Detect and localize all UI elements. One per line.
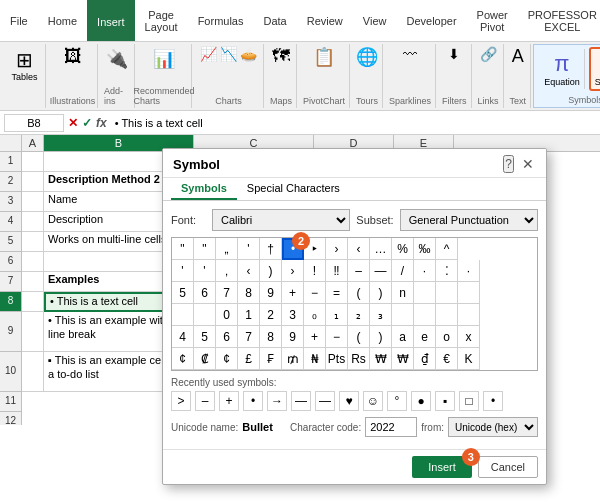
- symbol-cell[interactable]: †: [260, 238, 282, 260]
- cell-a7[interactable]: [22, 272, 44, 292]
- recent-symbol[interactable]: °: [387, 391, 407, 411]
- symbol-cell[interactable]: —: [370, 260, 392, 282]
- line-chart-button[interactable]: 📉: [220, 46, 237, 62]
- formula-input[interactable]: [111, 116, 596, 130]
- tab-insert[interactable]: Insert: [87, 0, 135, 41]
- symbol-cell[interactable]: 9: [260, 282, 282, 304]
- symbol-cell[interactable]: −: [304, 282, 326, 304]
- symbol-cell[interactable]: 3: [282, 304, 304, 326]
- tab-developer[interactable]: Developer: [396, 0, 466, 41]
- symbol-cell[interactable]: €: [436, 348, 458, 370]
- symbol-cell[interactable]: ·: [458, 260, 480, 282]
- dialog-tab-symbols[interactable]: Symbols: [171, 178, 237, 200]
- dialog-tab-special-chars[interactable]: Special Characters: [237, 178, 350, 200]
- tab-professor-excel[interactable]: PROFESSOR EXCEL: [518, 0, 600, 41]
- row-header-6[interactable]: 6: [0, 252, 21, 272]
- symbol-cell[interactable]: ": [172, 238, 194, 260]
- symbol-cell[interactable]: ›: [326, 238, 348, 260]
- cancel-formula-icon[interactable]: ✕: [68, 116, 78, 130]
- cell-a2[interactable]: [22, 172, 44, 192]
- symbol-cell[interactable]: 6: [216, 326, 238, 348]
- tab-formulas[interactable]: Formulas: [188, 0, 254, 41]
- tab-power-pivot[interactable]: Power Pivot: [467, 0, 518, 41]
- symbol-cell[interactable]: 7: [238, 326, 260, 348]
- char-code-input[interactable]: [365, 417, 417, 437]
- font-select[interactable]: Calibri: [212, 209, 350, 231]
- symbol-cell[interactable]: ₃: [370, 304, 392, 326]
- recent-symbol[interactable]: >: [171, 391, 191, 411]
- cell-a8[interactable]: [22, 292, 44, 312]
- symbol-cell[interactable]: %: [392, 238, 414, 260]
- bar-chart-button[interactable]: 📈: [200, 46, 217, 62]
- text-button[interactable]: A: [512, 46, 524, 67]
- symbol-cell[interactable]: ): [260, 260, 282, 282]
- symbol-cell[interactable]: ): [370, 282, 392, 304]
- symbol-cell[interactable]: ‰: [414, 238, 436, 260]
- recent-symbol[interactable]: •: [243, 391, 263, 411]
- symbol-cell[interactable]: ›: [282, 260, 304, 282]
- symbol-cell[interactable]: [414, 282, 436, 304]
- recent-symbol[interactable]: —: [291, 391, 311, 411]
- cell-a4[interactable]: [22, 212, 44, 232]
- cell-a6[interactable]: [22, 252, 44, 272]
- illustrations-button[interactable]: 🖼: [64, 46, 82, 67]
- symbol-cell[interactable]: 8: [238, 282, 260, 304]
- tab-view[interactable]: View: [353, 0, 397, 41]
- row-header-8[interactable]: 8: [0, 292, 21, 312]
- symbol-cell[interactable]: ^: [436, 238, 458, 260]
- links-button[interactable]: 🔗: [480, 46, 497, 62]
- symbol-cell[interactable]: ₩: [392, 348, 414, 370]
- symbol-cell[interactable]: 1: [238, 304, 260, 326]
- symbol-cell[interactable]: 8: [260, 326, 282, 348]
- row-header-11[interactable]: 11: [0, 392, 21, 412]
- symbol-cell[interactable]: ₩: [370, 348, 392, 370]
- symbol-cell[interactable]: (: [348, 326, 370, 348]
- symbol-cell[interactable]: 5: [172, 282, 194, 304]
- symbol-cell[interactable]: ₡: [194, 348, 216, 370]
- confirm-formula-icon[interactable]: ✓: [82, 116, 92, 130]
- symbol-cell[interactable]: Rs: [348, 348, 370, 370]
- recent-symbol[interactable]: —: [315, 391, 335, 411]
- tab-home[interactable]: Home: [38, 0, 87, 41]
- symbol-cell[interactable]: ₀: [304, 304, 326, 326]
- symbol-cell[interactable]: ¢: [172, 348, 194, 370]
- symbol-cell[interactable]: +: [282, 282, 304, 304]
- tab-data[interactable]: Data: [253, 0, 296, 41]
- symbol-cell[interactable]: o: [436, 326, 458, 348]
- symbol-cell[interactable]: ‹: [348, 238, 370, 260]
- row-header-5[interactable]: 5: [0, 232, 21, 252]
- cell-a5[interactable]: [22, 232, 44, 252]
- symbol-cell-selected[interactable]: • 2: [282, 238, 304, 260]
- recent-symbol[interactable]: –: [195, 391, 215, 411]
- recent-symbol[interactable]: ●: [411, 391, 431, 411]
- symbol-cell[interactable]: ₁: [326, 304, 348, 326]
- maps-button[interactable]: 🗺: [272, 46, 290, 67]
- symbol-cell[interactable]: –: [348, 260, 370, 282]
- symbol-cell[interactable]: ₥: [282, 348, 304, 370]
- addins-button[interactable]: 🔌: [104, 46, 130, 72]
- symbol-cell[interactable]: ‚: [216, 260, 238, 282]
- pivotchart-button[interactable]: 📋: [313, 46, 335, 68]
- symbol-cell[interactable]: 4: [172, 326, 194, 348]
- cancel-button[interactable]: Cancel: [478, 456, 538, 478]
- symbol-cell[interactable]: K: [458, 348, 480, 370]
- symbol-cell[interactable]: ₂: [348, 304, 370, 326]
- symbol-cell[interactable]: 7: [216, 282, 238, 304]
- tab-file[interactable]: File: [0, 0, 38, 41]
- insert-function-icon[interactable]: fx: [96, 116, 107, 130]
- symbol-cell[interactable]: [172, 304, 194, 326]
- symbol-cell[interactable]: !: [304, 260, 326, 282]
- symbol-cell[interactable]: /: [392, 260, 414, 282]
- insert-button[interactable]: Insert 3: [412, 456, 472, 478]
- symbol-cell[interactable]: ": [194, 238, 216, 260]
- symbol-cell[interactable]: 9: [282, 326, 304, 348]
- row-header-9[interactable]: 9: [0, 312, 21, 352]
- row-header-3[interactable]: 3: [0, 192, 21, 212]
- row-header-4[interactable]: 4: [0, 212, 21, 232]
- symbol-cell[interactable]: ⁚: [436, 260, 458, 282]
- tab-review[interactable]: Review: [297, 0, 353, 41]
- symbol-cell[interactable]: a: [392, 326, 414, 348]
- cell-a1[interactable]: [22, 152, 44, 172]
- recent-symbol[interactable]: □: [459, 391, 479, 411]
- symbol-cell[interactable]: [436, 304, 458, 326]
